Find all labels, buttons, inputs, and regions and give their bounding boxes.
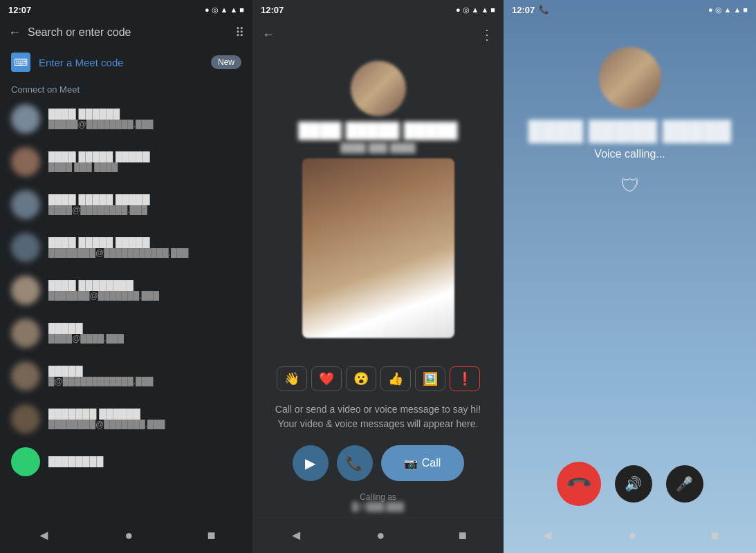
status-icons-right: ● ◎ ▲ ▲ ■: [708, 6, 748, 15]
status-bar-mid: 12:07 ● ◎ ▲ ▲ ■: [252, 0, 504, 19]
nav-home-btn[interactable]: ●: [125, 527, 133, 543]
status-time-right: 12:07: [512, 5, 535, 15]
new-badge: New: [211, 55, 241, 69]
contact-email: █████@████████.███: [48, 120, 241, 129]
reaction-image-btn[interactable]: 🖼️: [415, 366, 445, 391]
contact-info: ████████: [48, 456, 241, 467]
action-btns-row: ▶ 📞 📷 Call: [252, 437, 504, 489]
bottom-nav-right: ◄ ● ■: [504, 517, 756, 553]
contact-name: ███████ ██████: [48, 409, 241, 420]
more-options-icon[interactable]: ⋮: [480, 26, 494, 43]
grid-icon[interactable]: ⠿: [235, 25, 244, 40]
nav-home-btn-right[interactable]: ●: [628, 527, 636, 543]
video-call-btn[interactable]: 📷 Call: [381, 445, 464, 481]
contact-name: ████ █████ █████: [48, 194, 241, 205]
send-message-btn[interactable]: ▶: [293, 445, 329, 481]
privacy-icon-mid: ●: [456, 6, 461, 14]
voice-call-btn[interactable]: 📞: [337, 445, 373, 481]
contact-info: ████ █████ █████ ████████@███████████.██…: [48, 237, 241, 258]
status-bar-left: 12:07 ● ◎ ▲ ▲ ■: [0, 0, 252, 19]
reactions-row: 👋 ❤️ 😮 👍 🖼️ ❗: [252, 366, 504, 391]
list-item[interactable]: ████████: [0, 440, 252, 483]
contact-email: ████@████.███: [48, 334, 241, 344]
battery-icon-mid: ■: [490, 6, 495, 14]
nav-recent-btn-right[interactable]: ■: [710, 527, 719, 543]
calling-as-account: █@███.███: [252, 502, 504, 512]
contact-name: █████: [48, 323, 241, 334]
speaker-icon: 🔊: [625, 476, 642, 492]
end-call-btn[interactable]: 📞: [557, 462, 601, 506]
chat-avatar-wrap: [252, 61, 504, 116]
wifi-icon-right: ▲: [724, 6, 732, 14]
chat-avatar: [351, 61, 406, 116]
contact-name: ████ ██████: [48, 109, 241, 120]
contact-email: ████████@███████████.███: [48, 248, 241, 258]
chat-video-area: [252, 153, 504, 359]
avatar: [11, 276, 40, 305]
status-icons-mid: ● ◎ ▲ ▲ ■: [456, 6, 495, 15]
contact-info: █████ ████@████.███: [48, 323, 241, 344]
chat-contact-sub: ████ ███ ████: [252, 142, 504, 153]
list-item[interactable]: █████ █@████████████.███: [0, 355, 252, 397]
bottom-nav-left: ◄ ● ■: [0, 517, 252, 553]
avatar: [11, 447, 40, 476]
contact-name: ████████: [48, 456, 241, 467]
list-item[interactable]: ███████ ██████ ████████@███████.███: [0, 397, 252, 440]
shield-icon: 🛡: [620, 174, 640, 197]
nav-recent-btn[interactable]: ■: [207, 527, 215, 543]
chat-topbar: ← ⋮: [252, 19, 504, 50]
search-input[interactable]: Search or enter code: [28, 26, 228, 39]
call-contact-name: ████ █████ █████: [528, 120, 731, 142]
do-not-disturb-icon-mid: ◎: [463, 6, 470, 15]
list-item[interactable]: ████ █████ █████ ████████@███████████.██…: [0, 226, 252, 269]
mute-btn[interactable]: 🎤: [666, 465, 703, 503]
contact-email: █@████████████.███: [48, 377, 241, 386]
call-status-text: Voice calling...: [594, 148, 665, 160]
nav-back-btn-right[interactable]: ◄: [541, 527, 555, 543]
reaction-exclaim-btn[interactable]: ❗: [450, 366, 480, 391]
list-item[interactable]: ████ ████████ ███████@███████.███: [0, 269, 252, 312]
reaction-wave-btn[interactable]: 👋: [277, 366, 307, 391]
list-item[interactable]: ████ █████ █████ ████ ███ ████: [0, 140, 252, 183]
contact-email: ████ ███ ████: [48, 162, 241, 172]
contact-name: ████ █████ █████: [48, 237, 241, 248]
contact-name: █████: [48, 366, 241, 377]
meet-code-label: Enter a Meet code: [39, 57, 203, 68]
battery-icon: ■: [239, 6, 244, 14]
contact-info: ███████ ██████ ████████@███████.███: [48, 409, 241, 429]
nav-recent-btn-mid[interactable]: ■: [459, 527, 467, 543]
contact-info: ████ █████ █████ ████@████████.███: [48, 194, 241, 215]
back-arrow-chat-icon[interactable]: ←: [262, 28, 275, 42]
contact-email: ████████@███████.███: [48, 420, 241, 429]
meet-code-row[interactable]: ⌨ Enter a Meet code New: [0, 46, 252, 79]
do-not-disturb-icon: ◎: [212, 6, 219, 15]
list-item[interactable]: ████ █████ █████ ████@████████.███: [0, 183, 252, 226]
back-arrow-icon[interactable]: ←: [8, 26, 21, 40]
nav-back-btn[interactable]: ◄: [37, 527, 51, 543]
speaker-btn[interactable]: 🔊: [615, 465, 652, 503]
nav-home-btn-mid[interactable]: ●: [376, 527, 385, 543]
call-controls: 📞 🔊 🎤: [504, 448, 756, 517]
reaction-heart-btn[interactable]: ❤️: [311, 366, 342, 391]
signal-icon-right: ▲: [733, 6, 741, 14]
contact-name: ████ ████████: [48, 280, 241, 291]
list-item[interactable]: ████ ██████ █████@████████.███: [0, 97, 252, 140]
reaction-wow-btn[interactable]: 😮: [346, 366, 376, 391]
end-call-icon: 📞: [564, 469, 593, 498]
calling-as-label: Calling as: [252, 492, 504, 502]
contact-list: ████ ██████ █████@████████.███ ████ ████…: [0, 97, 252, 517]
list-item[interactable]: █████ ████@████.███: [0, 312, 252, 355]
search-bar: ← Search or enter code ⠿: [0, 19, 252, 46]
status-bar-right: 12:07 📞 ● ◎ ▲ ▲ ■: [504, 0, 756, 19]
contact-info: ████ ██████ █████@████████.███: [48, 109, 241, 129]
avatar: [11, 319, 40, 348]
call-avatar-area: ████ █████ █████ Voice calling... 🛡: [504, 19, 756, 448]
nav-back-btn-mid[interactable]: ◄: [289, 527, 303, 543]
privacy-icon-right: ●: [708, 6, 713, 14]
contact-name: ████ █████ █████: [48, 151, 241, 162]
mute-icon: 🎤: [676, 476, 693, 492]
reaction-thumbsup-btn[interactable]: 👍: [380, 366, 411, 391]
wifi-icon: ▲: [221, 6, 228, 14]
contact-info: █████ █@████████████.███: [48, 366, 241, 386]
calling-as-row: Calling as █@███.███: [252, 489, 504, 517]
